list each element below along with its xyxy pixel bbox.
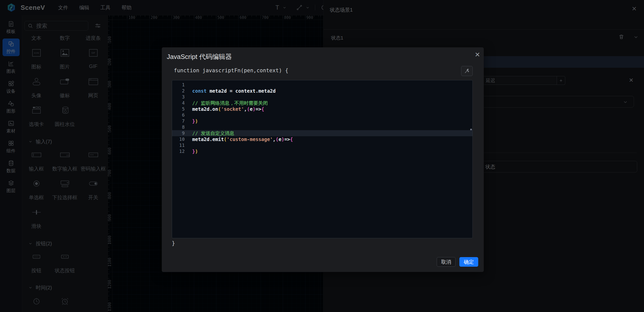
line-number: 4 xyxy=(172,100,189,106)
line-number: 12 xyxy=(172,148,189,154)
line-number: 8 xyxy=(172,124,189,130)
line-number: 9 xyxy=(172,130,189,136)
code-line-9: 9 // 发送自定义消息 xyxy=(172,130,472,136)
code-line-6: 6 xyxy=(172,112,472,118)
code-text: // 监听网络消息，不用时需要关闭 xyxy=(189,100,268,106)
code-text: }) xyxy=(189,148,198,154)
code-text: meta2d.on('socket',(e)=>{ xyxy=(189,106,264,112)
code-text: }) xyxy=(189,118,198,124)
code-text xyxy=(189,112,192,118)
code-text: meta2d.emit('custom-message',(e)=>{ xyxy=(189,136,293,142)
line-number: 6 xyxy=(172,112,189,118)
code-text: // 发送自定义消息 xyxy=(189,130,234,136)
code-line-12: 12 }) xyxy=(172,148,472,154)
code-text xyxy=(189,94,192,100)
magic-wand-icon xyxy=(464,68,469,74)
code-line-2: 2 const meta2d = context.meta2d xyxy=(172,88,472,94)
format-code-button[interactable] xyxy=(461,66,473,76)
code-text xyxy=(189,142,192,148)
code-editor[interactable]: 1 2 const meta2d = context.meta2d3 4 // … xyxy=(172,80,473,238)
code-line-8: 8 xyxy=(172,124,472,130)
code-line-11: 11 xyxy=(172,142,472,148)
code-text xyxy=(189,124,192,130)
code-line-1: 1 xyxy=(172,82,472,88)
code-line-7: 7 }) xyxy=(172,118,472,124)
line-number: 7 xyxy=(172,118,189,124)
code-text: const meta2d = context.meta2d xyxy=(189,88,276,94)
js-code-editor-dialog: JavaScript 代码编辑器 ✕ function javascriptFn… xyxy=(162,47,484,272)
close-icon[interactable]: ✕ xyxy=(474,51,481,58)
cancel-button[interactable]: 取消 xyxy=(437,257,456,267)
code-line-4: 4 // 监听网络消息，不用时需要关闭 xyxy=(172,100,472,106)
line-number: 2 xyxy=(172,88,189,94)
closing-brace: } xyxy=(172,240,175,246)
line-number: 5 xyxy=(172,106,189,112)
line-number: 10 xyxy=(172,136,189,142)
line-number: 3 xyxy=(172,94,189,100)
line-number: 11 xyxy=(172,142,189,148)
code-text xyxy=(189,82,192,88)
code-line-3: 3 xyxy=(172,94,472,100)
line-number: 1 xyxy=(172,82,189,88)
function-signature: function javascriptFn(pen,context) { xyxy=(174,67,288,74)
dialog-footer: 取消 确定 xyxy=(162,257,484,267)
confirm-button[interactable]: 确定 xyxy=(459,257,478,267)
code-line-5: 5 meta2d.on('socket',(e)=>{ xyxy=(172,106,472,112)
code-line-10: 10 meta2d.emit('custom-message',(e)=>{ xyxy=(172,136,472,142)
dialog-title: JavaScript 代码编辑器 xyxy=(167,52,232,61)
